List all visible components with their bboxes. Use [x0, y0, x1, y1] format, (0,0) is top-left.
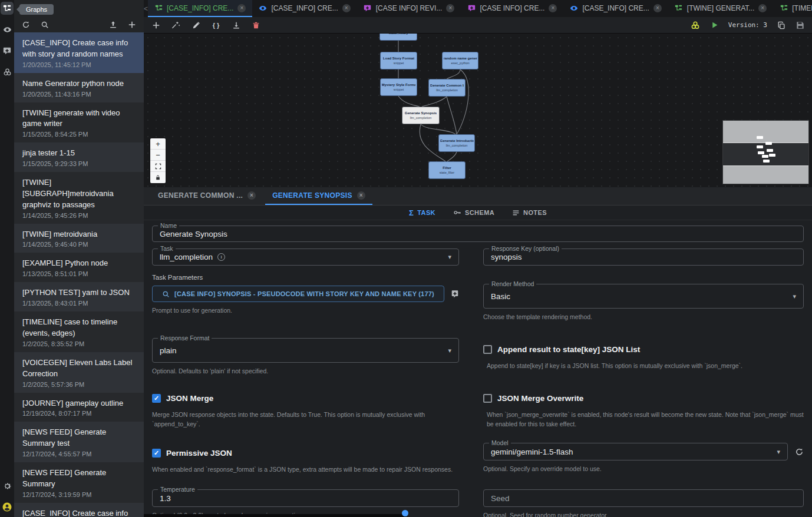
editor-tab[interactable]: [CASE_INFO] CRE...× — [252, 0, 357, 17]
zoom-out-icon[interactable]: − — [150, 150, 166, 161]
temperature-field[interactable]: Temperature 1.3 — [152, 489, 459, 507]
graph-node[interactable]: Generate Synopsisllm_completion — [402, 107, 440, 124]
seed-field[interactable]: Seed — [483, 489, 804, 507]
version-label: Version: 3 — [728, 21, 767, 29]
main-area: < [CASE_INFO] CRE...×[CASE_INFO] CRE...×… — [144, 0, 812, 517]
zoom-in-icon[interactable]: + — [150, 138, 166, 150]
sigma-icon: Σ — [409, 208, 414, 217]
graph-list-item[interactable]: [CASE_INFO] Create case info with story … — [14, 503, 144, 517]
download-icon[interactable] — [231, 20, 241, 30]
notes-lines-icon — [512, 209, 520, 217]
refresh-icon[interactable] — [21, 20, 31, 29]
json-merge-checkbox[interactable]: ✓ JSON Merge — [152, 394, 459, 403]
canvas-controls: + − — [150, 138, 166, 183]
graph-node[interactable]: random name genera...exec_python — [442, 52, 478, 69]
search-icon[interactable] — [40, 20, 49, 29]
task-parameters-label: Task Parameters — [152, 274, 804, 281]
graph-canvas[interactable]: state_rekeyLoad Story Formatsnippetrando… — [144, 34, 812, 187]
permissive-json-checkbox[interactable]: ✓ Permissive JSON — [152, 449, 459, 458]
editor-tab[interactable]: [TIMELINE — [773, 0, 812, 17]
editor-tab[interactable]: [TWINE] GENERAT...× — [668, 0, 773, 17]
model-select[interactable]: Model gemini/gemini-1.5-flash ▾ — [483, 443, 788, 460]
graph-list-item[interactable]: [TWINE] generate with video game writer1… — [14, 102, 144, 143]
close-icon[interactable]: × — [653, 4, 662, 12]
left-icon-rail — [0, 0, 14, 517]
auto-layout-wand-icon[interactable] — [171, 20, 181, 30]
editor-tab[interactable]: [CASE INFO] CRE...× — [461, 0, 563, 17]
chevron-down-icon: ▾ — [448, 253, 451, 261]
tab-notes[interactable]: NOTES — [512, 209, 547, 217]
graph-list-item[interactable]: jinja tester 1-151/15/2025, 9:29:33 PM — [14, 142, 144, 172]
graph-node[interactable]: Generate Common Infollm_completion — [428, 79, 466, 97]
tabs-scroll-left-icon[interactable]: < — [144, 0, 148, 17]
copy-icon[interactable] — [776, 20, 786, 30]
response-key-field[interactable]: Response Key (optional) synopsis — [483, 248, 804, 266]
graph-list-item[interactable]: [TIMELINE] case to timeline (events, edg… — [14, 311, 144, 352]
settings-gear-icon[interactable] — [1, 479, 14, 492]
close-icon[interactable]: × — [446, 4, 454, 12]
node-tab[interactable]: GENERATE SYNOPSIS× — [265, 187, 372, 205]
graph-list-item[interactable]: [PYTHON TEST] yaml to JSON1/13/2025, 8:4… — [14, 282, 144, 311]
delete-trash-icon[interactable] — [251, 20, 261, 30]
minimap[interactable] — [723, 121, 808, 184]
close-icon[interactable]: × — [357, 191, 365, 200]
name-field[interactable]: Name Generate Synopsis — [152, 226, 804, 242]
graph-list-item[interactable]: [NEWS FEED] Generate Summary test12/17/2… — [14, 422, 144, 462]
prompt-select-button[interactable]: [CASE INFO] SYNOPSIS - PSEUDOCODE WITH S… — [152, 286, 444, 302]
graphviz-icon[interactable] — [691, 20, 701, 30]
close-icon[interactable]: × — [342, 4, 351, 12]
add-graph-icon[interactable] — [127, 20, 137, 29]
graph-list-item[interactable]: [TWINE] metroidvania1/14/2025, 9:45:40 P… — [14, 224, 144, 253]
graph-list-item[interactable]: [EXAMPLE] Python node1/13/2025, 8:51:01 … — [14, 253, 144, 282]
graph-list-item[interactable]: [JOURNEY] gameplay outline12/19/2024, 8:… — [14, 393, 144, 422]
graph-item-title: [TWINE][SUBGRAPH]metroidvania graphviz t… — [22, 177, 136, 211]
task-select[interactable]: Task llm_completion i ▾ — [152, 248, 459, 266]
account-avatar-icon[interactable] — [1, 501, 14, 513]
checkbox-icon — [483, 345, 492, 354]
add-node-icon[interactable] — [151, 20, 161, 30]
append-result-checkbox[interactable]: Append result to state[key] JSON List — [483, 345, 804, 354]
minimap-node — [769, 154, 775, 157]
eye-nav-icon[interactable] — [1, 23, 14, 36]
graph-node[interactable]: state_rekey — [379, 34, 417, 41]
upload-icon[interactable] — [108, 20, 118, 29]
close-icon[interactable]: × — [549, 4, 557, 12]
knot-nav-icon[interactable] — [1, 65, 14, 78]
graph-list-item[interactable]: [NEWS FEED] Generate Summary12/17/2024, … — [14, 462, 144, 503]
scrollbar-thumb[interactable] — [402, 510, 408, 516]
node-tab[interactable]: GENERATE COMMON ...× — [151, 187, 263, 205]
horizontal-scrollbar[interactable] — [144, 514, 406, 517]
graph-node[interactable]: Filterstate_filter — [428, 161, 466, 179]
minimap-node — [763, 160, 770, 163]
graph-list-item[interactable]: [TWINE][SUBGRAPH]metroidvania graphviz t… — [14, 172, 144, 224]
info-icon[interactable]: i — [217, 253, 225, 261]
refresh-models-icon[interactable] — [795, 448, 804, 456]
prompt-library-icon[interactable] — [451, 290, 459, 298]
close-icon[interactable]: × — [237, 4, 246, 12]
close-icon[interactable]: × — [247, 191, 256, 200]
graph-list-item[interactable]: [CASE_INFO] Create case info with story … — [14, 32, 144, 73]
json-braces-icon[interactable]: { } — [211, 20, 221, 30]
tab-task[interactable]: Σ TASK — [409, 208, 435, 217]
comment-plus-nav-icon[interactable] — [1, 44, 14, 57]
graph-list-item[interactable]: Name Generator python node1/20/2025, 11:… — [14, 73, 144, 102]
editor-tab[interactable]: [CASE INFO] REVI...× — [357, 0, 461, 17]
graph-list-item[interactable]: [VOICEGEN] Eleven Labs Label Correction1… — [14, 352, 144, 393]
response-format-select[interactable]: Response Format plain ▾ — [152, 338, 459, 363]
graph-node[interactable]: Load Story Formatsnippet — [380, 52, 417, 69]
tab-schema[interactable]: SCHEMA — [453, 208, 494, 217]
save-icon[interactable] — [795, 20, 805, 30]
render-method-select[interactable]: Render Method Basic ▾ — [483, 284, 804, 309]
edit-pencil-icon[interactable] — [191, 20, 201, 30]
run-play-icon[interactable] — [709, 20, 719, 30]
close-icon[interactable]: × — [758, 4, 767, 12]
graph-node[interactable]: Mystery Style Format...snippet — [380, 78, 417, 96]
editor-tab[interactable]: [CASE_INFO] CRE...× — [563, 0, 668, 17]
json-merge-overwrite-checkbox[interactable]: JSON Merge Overwrite — [483, 394, 804, 403]
editor-tab[interactable]: [CASE_INFO] CRE...× — [148, 0, 252, 17]
graphs-nav-icon[interactable] — [1, 2, 14, 15]
graph-node[interactable]: Generate Introductionllm_completion — [438, 134, 475, 152]
fit-view-icon[interactable] — [150, 161, 166, 172]
lock-icon[interactable] — [150, 172, 166, 183]
graph-item-title: [NEWS FEED] Generate Summary test — [22, 427, 136, 449]
